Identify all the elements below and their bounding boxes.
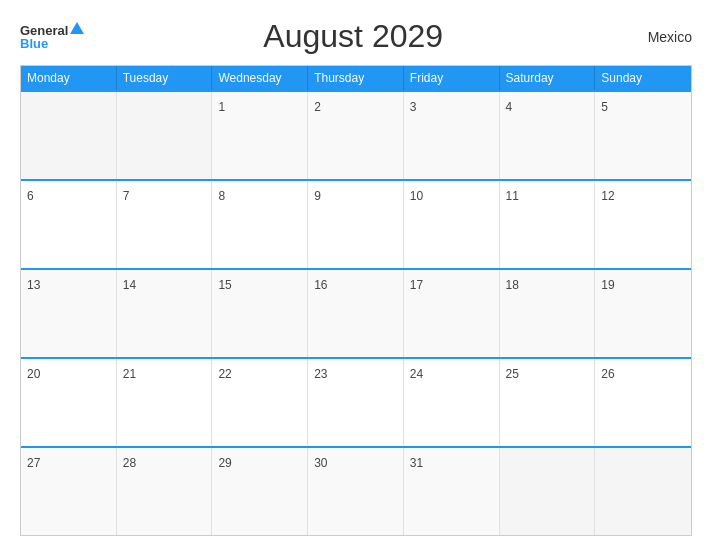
day-number: 26 <box>601 367 614 381</box>
day-number: 19 <box>601 278 614 292</box>
week-row-3: 13141516171819 <box>21 268 691 357</box>
day-number: 1 <box>218 100 225 114</box>
day-cell-3-0: 20 <box>21 359 117 446</box>
logo-triangle-icon <box>70 22 84 34</box>
day-number: 25 <box>506 367 519 381</box>
day-cell-2-3: 16 <box>308 270 404 357</box>
day-number: 2 <box>314 100 321 114</box>
day-cell-3-5: 25 <box>500 359 596 446</box>
logo-general: General <box>20 24 68 37</box>
day-cell-0-5: 4 <box>500 92 596 179</box>
day-cell-3-4: 24 <box>404 359 500 446</box>
day-number: 3 <box>410 100 417 114</box>
header-saturday: Saturday <box>500 66 596 90</box>
logo-block: General Blue <box>20 24 84 50</box>
day-cell-2-1: 14 <box>117 270 213 357</box>
header-tuesday: Tuesday <box>117 66 213 90</box>
day-number: 8 <box>218 189 225 203</box>
day-number: 17 <box>410 278 423 292</box>
day-number: 21 <box>123 367 136 381</box>
day-cell-1-5: 11 <box>500 181 596 268</box>
weeks-container: 1234567891011121314151617181920212223242… <box>21 90 691 535</box>
header: General Blue August 2029 Mexico <box>20 18 692 55</box>
calendar-page: General Blue August 2029 Mexico Monday T… <box>0 0 712 550</box>
day-cell-2-2: 15 <box>212 270 308 357</box>
day-number: 7 <box>123 189 130 203</box>
week-row-2: 6789101112 <box>21 179 691 268</box>
day-number: 23 <box>314 367 327 381</box>
day-cell-4-2: 29 <box>212 448 308 535</box>
day-number: 20 <box>27 367 40 381</box>
day-cell-3-1: 21 <box>117 359 213 446</box>
day-cell-1-4: 10 <box>404 181 500 268</box>
day-cell-4-5 <box>500 448 596 535</box>
day-number: 29 <box>218 456 231 470</box>
day-cell-4-4: 31 <box>404 448 500 535</box>
day-cell-2-0: 13 <box>21 270 117 357</box>
week-row-4: 20212223242526 <box>21 357 691 446</box>
day-number: 22 <box>218 367 231 381</box>
day-cell-4-3: 30 <box>308 448 404 535</box>
day-cell-0-1 <box>117 92 213 179</box>
calendar-grid: Monday Tuesday Wednesday Thursday Friday… <box>20 65 692 536</box>
day-cell-4-0: 27 <box>21 448 117 535</box>
logo-top-row: General <box>20 24 84 37</box>
day-number: 14 <box>123 278 136 292</box>
day-number: 12 <box>601 189 614 203</box>
day-cell-0-0 <box>21 92 117 179</box>
header-thursday: Thursday <box>308 66 404 90</box>
day-number: 10 <box>410 189 423 203</box>
day-cell-3-2: 22 <box>212 359 308 446</box>
day-cell-0-3: 2 <box>308 92 404 179</box>
day-cell-1-1: 7 <box>117 181 213 268</box>
day-cell-4-6 <box>595 448 691 535</box>
day-cell-2-5: 18 <box>500 270 596 357</box>
day-number: 18 <box>506 278 519 292</box>
header-friday: Friday <box>404 66 500 90</box>
day-cell-3-6: 26 <box>595 359 691 446</box>
day-number: 9 <box>314 189 321 203</box>
day-cell-4-1: 28 <box>117 448 213 535</box>
week-row-1: 12345 <box>21 90 691 179</box>
day-number: 16 <box>314 278 327 292</box>
day-number: 31 <box>410 456 423 470</box>
day-cell-1-6: 12 <box>595 181 691 268</box>
days-header: Monday Tuesday Wednesday Thursday Friday… <box>21 66 691 90</box>
header-wednesday: Wednesday <box>212 66 308 90</box>
day-cell-0-4: 3 <box>404 92 500 179</box>
day-number: 30 <box>314 456 327 470</box>
day-cell-3-3: 23 <box>308 359 404 446</box>
day-cell-2-4: 17 <box>404 270 500 357</box>
day-number: 5 <box>601 100 608 114</box>
day-number: 27 <box>27 456 40 470</box>
logo: General Blue <box>20 24 84 50</box>
header-monday: Monday <box>21 66 117 90</box>
day-number: 6 <box>27 189 34 203</box>
day-number: 13 <box>27 278 40 292</box>
day-number: 4 <box>506 100 513 114</box>
header-sunday: Sunday <box>595 66 691 90</box>
day-cell-2-6: 19 <box>595 270 691 357</box>
week-row-5: 2728293031 <box>21 446 691 535</box>
day-cell-1-2: 8 <box>212 181 308 268</box>
day-number: 24 <box>410 367 423 381</box>
day-number: 28 <box>123 456 136 470</box>
day-cell-0-6: 5 <box>595 92 691 179</box>
day-number: 15 <box>218 278 231 292</box>
country-label: Mexico <box>622 29 692 45</box>
day-cell-1-0: 6 <box>21 181 117 268</box>
day-cell-1-3: 9 <box>308 181 404 268</box>
logo-blue: Blue <box>20 37 48 50</box>
calendar-title: August 2029 <box>84 18 622 55</box>
day-number: 11 <box>506 189 519 203</box>
day-cell-0-2: 1 <box>212 92 308 179</box>
